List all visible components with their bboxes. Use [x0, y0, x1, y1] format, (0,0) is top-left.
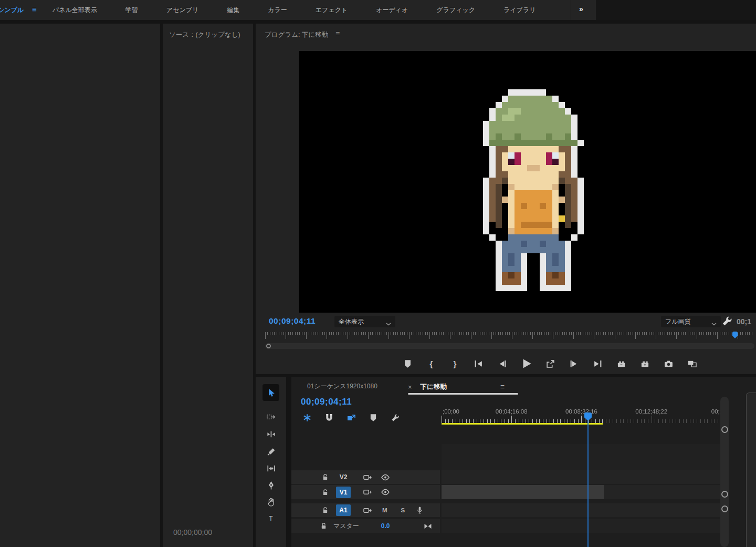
scrollbar-handle[interactable]	[266, 344, 271, 348]
quality-value: フル画質	[665, 317, 691, 326]
track-label-master[interactable]: マスター	[333, 522, 359, 531]
step-back-button[interactable]	[497, 359, 507, 369]
menu-item-6[interactable]: オーディオ	[376, 6, 408, 15]
scroll-handle[interactable]	[721, 491, 728, 498]
ruler-label-0: ;00;00	[443, 408, 459, 415]
menu-item-4[interactable]: カラー	[268, 6, 287, 15]
work-area-bar[interactable]	[442, 423, 603, 425]
slip-tool[interactable]	[262, 461, 279, 476]
pen-tool[interactable]	[262, 478, 279, 492]
source-patch-icon[interactable]	[363, 489, 372, 496]
ruler-label-2: 00;08;32;16	[565, 408, 597, 415]
source-panel-title[interactable]: ソース：(クリップなし)	[169, 30, 253, 39]
lock-icon[interactable]	[322, 507, 329, 514]
tab-active-sequence[interactable]: × 下に移動 ≡	[408, 381, 518, 393]
scroll-handle[interactable]	[721, 426, 728, 433]
source-monitor-panel[interactable]: ソース：(クリップなし) 00;00;00;00	[163, 24, 253, 547]
insert-nest-icon[interactable]	[303, 414, 312, 422]
comparison-view-button[interactable]	[687, 359, 697, 369]
keyframe-nav-icon[interactable]	[424, 523, 432, 530]
master-level-value[interactable]: 0.0	[381, 522, 390, 530]
lock-icon[interactable]	[322, 489, 329, 496]
selection-tool[interactable]	[262, 384, 279, 401]
razor-tool[interactable]	[262, 444, 279, 459]
track-lane-a1[interactable]	[442, 503, 722, 517]
hand-tool[interactable]	[262, 494, 279, 509]
menu-bar-spacer	[596, 0, 756, 20]
track-header-v1[interactable]: V1	[291, 485, 440, 499]
scroll-handle[interactable]	[721, 505, 728, 512]
export-frame-button[interactable]	[664, 359, 674, 369]
project-panel[interactable]	[0, 24, 160, 547]
menu-overflow-button[interactable]: »	[579, 5, 582, 13]
adjacent-panel-edge	[746, 393, 756, 547]
track-visibility-eye-icon[interactable]	[381, 474, 390, 481]
lift-button[interactable]	[545, 359, 555, 369]
lock-icon[interactable]	[322, 473, 329, 481]
play-button[interactable]	[521, 358, 532, 369]
track-header-v2[interactable]: V2	[291, 470, 440, 484]
timeline-header-icons	[303, 414, 434, 424]
timeline-clip[interactable]	[442, 485, 604, 499]
ripple-edit-tool[interactable]	[262, 427, 279, 441]
workspace-label[interactable]: シンプル	[0, 6, 24, 15]
program-zoom-scrollbar[interactable]	[265, 343, 754, 349]
track-lane-v2[interactable]	[442, 470, 722, 484]
type-tool[interactable]: T	[262, 511, 279, 526]
snap-icon[interactable]	[325, 414, 334, 422]
step-forward-button[interactable]	[569, 359, 579, 369]
track-lane-master[interactable]	[442, 519, 722, 533]
track-label-a1[interactable]: A1	[336, 504, 351, 516]
add-marker-icon[interactable]	[369, 414, 378, 422]
program-monitor-panel[interactable]: プログラム: 下に移動 ≡ 00;09;04;11 全体表示 フル画質 00;1…	[256, 24, 756, 374]
tab-sequence-01[interactable]: 01シーケンス1920x1080	[307, 382, 377, 391]
menu-item-7[interactable]: グラフィック	[436, 6, 475, 15]
track-select-forward-tool[interactable]	[262, 409, 279, 424]
menu-item-5[interactable]: エフェクト	[316, 6, 348, 15]
track-visibility-eye-icon[interactable]	[381, 489, 390, 496]
timeline-timecode[interactable]: 00;09;04;11	[301, 397, 352, 407]
mute-button[interactable]: M	[382, 507, 387, 513]
mark-in-button[interactable]: {	[426, 359, 436, 369]
program-settings-wrench-icon[interactable]	[722, 316, 732, 326]
source-patch-icon[interactable]	[363, 507, 372, 514]
overwrite-button[interactable]	[640, 359, 650, 369]
timeline-settings-icon[interactable]	[391, 414, 400, 422]
add-marker-button[interactable]	[403, 359, 413, 369]
source-patch-icon[interactable]	[363, 474, 372, 481]
mark-out-button[interactable]: }	[450, 359, 460, 369]
menu-item-3[interactable]: 編集	[227, 6, 239, 15]
playback-quality-select[interactable]: フル画質	[661, 316, 721, 327]
program-panel-menu-icon[interactable]: ≡	[335, 29, 340, 38]
workspace-menu-icon[interactable]: ≡	[32, 5, 37, 14]
menu-item-0[interactable]: パネル全部表示	[52, 6, 97, 15]
timeline-panel[interactable]: 01シーケンス1920x1080 × 下に移動 ≡ 00;09;04;11 ;0…	[291, 377, 756, 547]
linked-selection-icon[interactable]	[347, 414, 356, 422]
track-header-a1[interactable]: A1 M S	[291, 503, 440, 517]
pixel-character-image	[483, 89, 584, 291]
program-timecode[interactable]: 00;09;04;11	[269, 316, 316, 326]
zoom-level-select[interactable]: 全体表示	[334, 316, 395, 327]
lock-icon[interactable]	[320, 522, 327, 530]
solo-button[interactable]: S	[401, 507, 405, 513]
menu-item-2[interactable]: アセンブリ	[166, 6, 198, 15]
close-icon[interactable]: ×	[408, 383, 412, 391]
track-header-master[interactable]: マスター 0.0	[291, 519, 440, 533]
timeline-playhead-line	[587, 421, 589, 547]
track-label-v2[interactable]: V2	[336, 473, 351, 481]
menu-item-1[interactable]: 学習	[125, 6, 138, 15]
insert-button[interactable]	[616, 359, 626, 369]
go-to-in-button[interactable]	[474, 359, 484, 369]
go-to-out-button[interactable]	[593, 359, 603, 369]
menu-item-8[interactable]: ライブラリ	[503, 6, 536, 15]
chevron-down-icon	[386, 320, 391, 323]
premiere-app-window: シンプル ≡ パネル全部表示学習アセンブリ編集カラーエフェクトオーディオグラフィ…	[0, 0, 756, 547]
track-label-v1[interactable]: V1	[336, 487, 351, 498]
tab-label: 下に移動	[421, 383, 447, 391]
timeline-panel-menu-icon[interactable]: ≡	[500, 383, 505, 391]
source-timecode: 00;00;00;00	[173, 528, 212, 536]
voiceover-mic-icon[interactable]	[416, 506, 423, 514]
program-panel-title[interactable]: プログラム: 下に移動	[265, 30, 328, 39]
timeline-vertical-scrollbar[interactable]	[720, 397, 729, 547]
program-scrub-ruler[interactable]	[265, 332, 754, 341]
